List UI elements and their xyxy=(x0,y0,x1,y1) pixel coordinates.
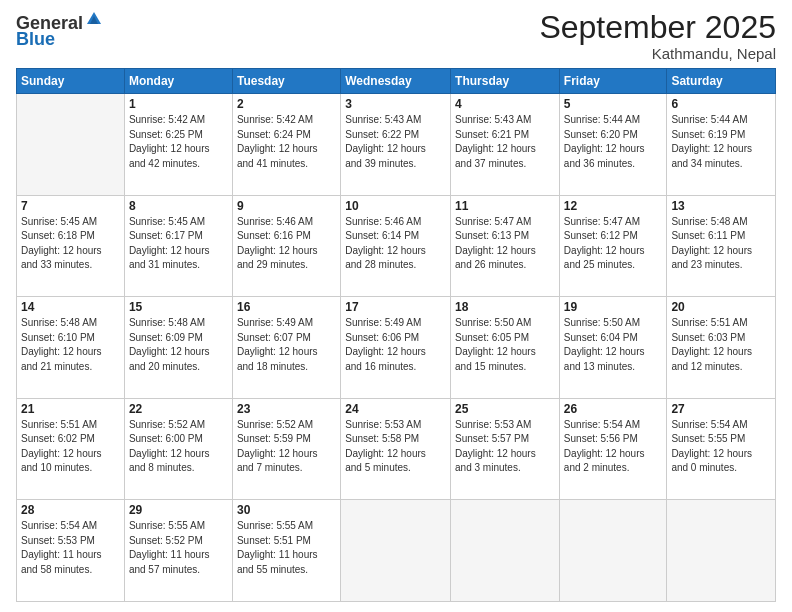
calendar-cell: 5Sunrise: 5:44 AM Sunset: 6:20 PM Daylig… xyxy=(559,94,667,196)
day-info: Sunrise: 5:51 AM Sunset: 6:02 PM Dayligh… xyxy=(21,418,120,476)
calendar-cell: 17Sunrise: 5:49 AM Sunset: 6:06 PM Dayli… xyxy=(341,297,451,399)
day-info: Sunrise: 5:46 AM Sunset: 6:14 PM Dayligh… xyxy=(345,215,446,273)
col-monday: Monday xyxy=(124,69,232,94)
day-number: 7 xyxy=(21,199,120,213)
day-number: 1 xyxy=(129,97,228,111)
day-info: Sunrise: 5:51 AM Sunset: 6:03 PM Dayligh… xyxy=(671,316,771,374)
day-info: Sunrise: 5:43 AM Sunset: 6:22 PM Dayligh… xyxy=(345,113,446,171)
calendar-cell: 9Sunrise: 5:46 AM Sunset: 6:16 PM Daylig… xyxy=(232,195,340,297)
calendar-header-row: Sunday Monday Tuesday Wednesday Thursday… xyxy=(17,69,776,94)
col-thursday: Thursday xyxy=(451,69,560,94)
day-number: 14 xyxy=(21,300,120,314)
col-sunday: Sunday xyxy=(17,69,125,94)
day-number: 29 xyxy=(129,503,228,517)
logo-icon xyxy=(85,10,103,28)
day-info: Sunrise: 5:54 AM Sunset: 5:53 PM Dayligh… xyxy=(21,519,120,577)
calendar-cell: 27Sunrise: 5:54 AM Sunset: 5:55 PM Dayli… xyxy=(667,398,776,500)
day-number: 26 xyxy=(564,402,663,416)
day-info: Sunrise: 5:53 AM Sunset: 5:58 PM Dayligh… xyxy=(345,418,446,476)
calendar-cell: 24Sunrise: 5:53 AM Sunset: 5:58 PM Dayli… xyxy=(341,398,451,500)
calendar-cell xyxy=(451,500,560,602)
day-number: 17 xyxy=(345,300,446,314)
day-info: Sunrise: 5:47 AM Sunset: 6:13 PM Dayligh… xyxy=(455,215,555,273)
calendar-cell: 18Sunrise: 5:50 AM Sunset: 6:05 PM Dayli… xyxy=(451,297,560,399)
day-number: 25 xyxy=(455,402,555,416)
calendar-cell: 29Sunrise: 5:55 AM Sunset: 5:52 PM Dayli… xyxy=(124,500,232,602)
calendar-cell xyxy=(17,94,125,196)
day-number: 3 xyxy=(345,97,446,111)
day-info: Sunrise: 5:50 AM Sunset: 6:05 PM Dayligh… xyxy=(455,316,555,374)
day-number: 20 xyxy=(671,300,771,314)
day-info: Sunrise: 5:50 AM Sunset: 6:04 PM Dayligh… xyxy=(564,316,663,374)
day-info: Sunrise: 5:54 AM Sunset: 5:56 PM Dayligh… xyxy=(564,418,663,476)
col-wednesday: Wednesday xyxy=(341,69,451,94)
day-number: 18 xyxy=(455,300,555,314)
day-info: Sunrise: 5:48 AM Sunset: 6:11 PM Dayligh… xyxy=(671,215,771,273)
calendar-cell xyxy=(559,500,667,602)
calendar-cell: 4Sunrise: 5:43 AM Sunset: 6:21 PM Daylig… xyxy=(451,94,560,196)
month-title: September 2025 xyxy=(539,10,776,45)
calendar-cell: 1Sunrise: 5:42 AM Sunset: 6:25 PM Daylig… xyxy=(124,94,232,196)
day-number: 27 xyxy=(671,402,771,416)
calendar-cell: 3Sunrise: 5:43 AM Sunset: 6:22 PM Daylig… xyxy=(341,94,451,196)
day-info: Sunrise: 5:54 AM Sunset: 5:55 PM Dayligh… xyxy=(671,418,771,476)
day-info: Sunrise: 5:49 AM Sunset: 6:07 PM Dayligh… xyxy=(237,316,336,374)
day-info: Sunrise: 5:45 AM Sunset: 6:18 PM Dayligh… xyxy=(21,215,120,273)
location-subtitle: Kathmandu, Nepal xyxy=(539,45,776,62)
calendar-cell: 15Sunrise: 5:48 AM Sunset: 6:09 PM Dayli… xyxy=(124,297,232,399)
day-info: Sunrise: 5:46 AM Sunset: 6:16 PM Dayligh… xyxy=(237,215,336,273)
calendar-cell: 16Sunrise: 5:49 AM Sunset: 6:07 PM Dayli… xyxy=(232,297,340,399)
calendar-cell: 11Sunrise: 5:47 AM Sunset: 6:13 PM Dayli… xyxy=(451,195,560,297)
day-number: 13 xyxy=(671,199,771,213)
day-info: Sunrise: 5:53 AM Sunset: 5:57 PM Dayligh… xyxy=(455,418,555,476)
col-friday: Friday xyxy=(559,69,667,94)
day-number: 28 xyxy=(21,503,120,517)
calendar-cell xyxy=(341,500,451,602)
calendar-cell: 8Sunrise: 5:45 AM Sunset: 6:17 PM Daylig… xyxy=(124,195,232,297)
calendar-cell: 13Sunrise: 5:48 AM Sunset: 6:11 PM Dayli… xyxy=(667,195,776,297)
calendar-cell: 2Sunrise: 5:42 AM Sunset: 6:24 PM Daylig… xyxy=(232,94,340,196)
day-number: 22 xyxy=(129,402,228,416)
day-info: Sunrise: 5:47 AM Sunset: 6:12 PM Dayligh… xyxy=(564,215,663,273)
calendar-table: Sunday Monday Tuesday Wednesday Thursday… xyxy=(16,68,776,602)
day-number: 24 xyxy=(345,402,446,416)
day-number: 19 xyxy=(564,300,663,314)
day-number: 21 xyxy=(21,402,120,416)
day-number: 4 xyxy=(455,97,555,111)
calendar-cell: 6Sunrise: 5:44 AM Sunset: 6:19 PM Daylig… xyxy=(667,94,776,196)
day-number: 10 xyxy=(345,199,446,213)
day-number: 5 xyxy=(564,97,663,111)
day-number: 11 xyxy=(455,199,555,213)
day-info: Sunrise: 5:44 AM Sunset: 6:20 PM Dayligh… xyxy=(564,113,663,171)
page: General Blue September 2025 Kathmandu, N… xyxy=(0,0,792,612)
calendar-cell: 22Sunrise: 5:52 AM Sunset: 6:00 PM Dayli… xyxy=(124,398,232,500)
calendar-cell: 10Sunrise: 5:46 AM Sunset: 6:14 PM Dayli… xyxy=(341,195,451,297)
calendar-cell: 25Sunrise: 5:53 AM Sunset: 5:57 PM Dayli… xyxy=(451,398,560,500)
calendar-cell: 30Sunrise: 5:55 AM Sunset: 5:51 PM Dayli… xyxy=(232,500,340,602)
calendar-cell: 23Sunrise: 5:52 AM Sunset: 5:59 PM Dayli… xyxy=(232,398,340,500)
calendar-cell: 14Sunrise: 5:48 AM Sunset: 6:10 PM Dayli… xyxy=(17,297,125,399)
calendar-cell: 20Sunrise: 5:51 AM Sunset: 6:03 PM Dayli… xyxy=(667,297,776,399)
day-info: Sunrise: 5:52 AM Sunset: 6:00 PM Dayligh… xyxy=(129,418,228,476)
day-number: 9 xyxy=(237,199,336,213)
day-number: 16 xyxy=(237,300,336,314)
logo: General Blue xyxy=(16,14,103,50)
day-info: Sunrise: 5:55 AM Sunset: 5:51 PM Dayligh… xyxy=(237,519,336,577)
calendar-cell xyxy=(667,500,776,602)
calendar-cell: 7Sunrise: 5:45 AM Sunset: 6:18 PM Daylig… xyxy=(17,195,125,297)
day-info: Sunrise: 5:42 AM Sunset: 6:24 PM Dayligh… xyxy=(237,113,336,171)
day-info: Sunrise: 5:55 AM Sunset: 5:52 PM Dayligh… xyxy=(129,519,228,577)
header: General Blue September 2025 Kathmandu, N… xyxy=(16,10,776,62)
calendar-cell: 26Sunrise: 5:54 AM Sunset: 5:56 PM Dayli… xyxy=(559,398,667,500)
day-number: 23 xyxy=(237,402,336,416)
title-block: September 2025 Kathmandu, Nepal xyxy=(539,10,776,62)
day-number: 12 xyxy=(564,199,663,213)
calendar-cell: 19Sunrise: 5:50 AM Sunset: 6:04 PM Dayli… xyxy=(559,297,667,399)
col-saturday: Saturday xyxy=(667,69,776,94)
calendar-cell: 21Sunrise: 5:51 AM Sunset: 6:02 PM Dayli… xyxy=(17,398,125,500)
day-info: Sunrise: 5:48 AM Sunset: 6:09 PM Dayligh… xyxy=(129,316,228,374)
day-info: Sunrise: 5:45 AM Sunset: 6:17 PM Dayligh… xyxy=(129,215,228,273)
day-info: Sunrise: 5:43 AM Sunset: 6:21 PM Dayligh… xyxy=(455,113,555,171)
day-number: 15 xyxy=(129,300,228,314)
day-info: Sunrise: 5:49 AM Sunset: 6:06 PM Dayligh… xyxy=(345,316,446,374)
